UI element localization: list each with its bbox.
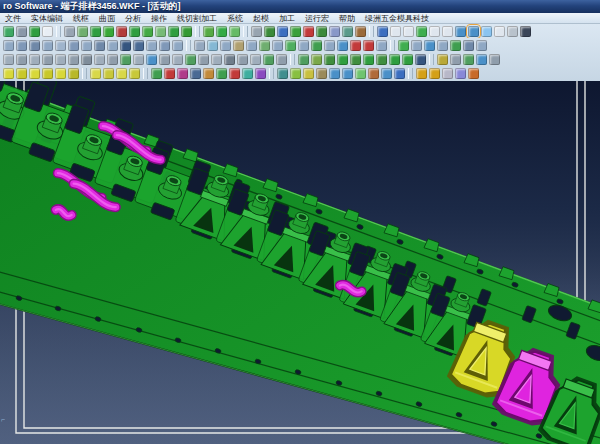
toolbar-icon-r3-27[interactable] [337,54,348,65]
toolbar-icon-r2-29[interactable] [363,40,374,51]
toolbar-icon-r3-32[interactable] [402,54,413,65]
toolbar-icon-r4-35[interactable] [429,68,440,79]
toolbar-icon-r2-38[interactable] [476,40,487,51]
toolbar-icon-r4-28[interactable] [342,68,353,79]
toolbar-icon-r3-3[interactable] [29,54,40,65]
toolbar-icon-r3-28[interactable] [350,54,361,65]
toolbar-icon-r4-26[interactable] [316,68,327,79]
toolbar-icon-r2-21[interactable] [259,40,270,51]
toolbar-icon-r1-34[interactable] [416,26,427,37]
toolbar-icon-r1-8[interactable] [90,26,101,37]
toolbar-icon-r1-41[interactable] [507,26,518,37]
toolbar-icon-r3-33[interactable] [415,54,426,65]
toolbar-icon-r3-31[interactable] [389,54,400,65]
toolbar-icon-r2-10[interactable] [120,40,131,51]
toolbar-icon-r1-13[interactable] [155,26,166,37]
toolbar-icon-r3-29[interactable] [363,54,374,65]
toolbar-icon-r1-12[interactable] [142,26,153,37]
toolbar-icon-r1-21[interactable] [251,26,262,37]
toolbar-icon-r1-32[interactable] [390,26,401,37]
toolbar-icon-r3-21[interactable] [263,54,274,65]
toolbar-icon-r1-10[interactable] [116,26,127,37]
toolbar-icon-r2-8[interactable] [94,40,105,51]
toolbar-icon-r4-34[interactable] [416,68,427,79]
toolbar-icon-r2-4[interactable] [42,40,53,51]
toolbar-icon-r1-38[interactable] [468,26,479,37]
toolbar-icon-r4-23[interactable] [277,68,288,79]
toolbar-icon-r2-30[interactable] [376,40,387,51]
toolbar-icon-r2-1[interactable] [3,40,14,51]
toolbar-icon-r2-14[interactable] [172,40,183,51]
toolbar-icon-r4-13[interactable] [151,68,162,79]
toolbar-icon-r2-25[interactable] [311,40,322,51]
toolbar-icon-r3-6[interactable] [68,54,79,65]
toolbar-icon-r1-23[interactable] [277,26,288,37]
toolbar-icon-r3-36[interactable] [450,54,461,65]
toolbar-icon-r2-27[interactable] [337,40,348,51]
toolbar-icon-r1-2[interactable] [16,26,27,37]
menu-item-1[interactable]: 文件 [0,13,26,24]
toolbar-icon-r1-3[interactable] [29,26,40,37]
menu-item-9[interactable]: 起模 [248,13,274,24]
menu-item-3[interactable]: 线框 [68,13,94,24]
toolbar-icon-r1-27[interactable] [329,26,340,37]
toolbar-icon-r4-24[interactable] [290,68,301,79]
toolbar-icon-r4-11[interactable] [129,68,140,79]
toolbar-icon-r4-8[interactable] [90,68,101,79]
toolbar-icon-r4-15[interactable] [177,68,188,79]
toolbar-icon-r1-1[interactable] [3,26,14,37]
toolbar-icon-r3-1[interactable] [3,54,14,65]
toolbar-icon-r3-24[interactable] [298,54,309,65]
menu-item-8[interactable]: 系统 [222,13,248,24]
toolbar-icon-r2-12[interactable] [146,40,157,51]
toolbar-icon-r1-11[interactable] [129,26,140,37]
toolbar-icon-r4-30[interactable] [368,68,379,79]
toolbar-icon-r2-3[interactable] [29,40,40,51]
toolbar-icon-r2-23[interactable] [285,40,296,51]
toolbar-icon-r3-12[interactable] [146,54,157,65]
toolbar-icon-r3-4[interactable] [42,54,53,65]
toolbar-icon-r1-26[interactable] [316,26,327,37]
toolbar-icon-r2-34[interactable] [424,40,435,51]
toolbar-icon-r4-17[interactable] [203,68,214,79]
toolbar-icon-r4-25[interactable] [303,68,314,79]
toolbar-icon-r2-2[interactable] [16,40,27,51]
toolbar-icon-r3-35[interactable] [437,54,448,65]
toolbar-icon-r2-11[interactable] [133,40,144,51]
toolbar-icon-r3-25[interactable] [311,54,322,65]
toolbar-icon-r3-10[interactable] [120,54,131,65]
toolbar-icon-r1-24[interactable] [290,26,301,37]
toolbar-icon-r2-24[interactable] [298,40,309,51]
toolbar-icon-r3-39[interactable] [489,54,500,65]
menu-item-6[interactable]: 操作 [146,13,172,24]
toolbar-icon-r1-7[interactable] [77,26,88,37]
menu-item-2[interactable]: 实体编辑 [26,13,68,24]
toolbar-icon-r3-2[interactable] [16,54,27,65]
menu-item-5[interactable]: 分析 [120,13,146,24]
toolbar-icon-r3-30[interactable] [376,54,387,65]
toolbar-icon-r2-9[interactable] [107,40,118,51]
toolbar-icon-r1-29[interactable] [355,26,366,37]
toolbar-icon-r1-28[interactable] [342,26,353,37]
toolbar-icon-r4-10[interactable] [116,68,127,79]
toolbar-icon-r3-17[interactable] [211,54,222,65]
toolbar-icon-r3-19[interactable] [237,54,248,65]
toolbar-icon-r1-33[interactable] [403,26,414,37]
toolbar-icon-r1-39[interactable] [481,26,492,37]
toolbar-icon-r4-5[interactable] [55,68,66,79]
toolbar-icon-r1-37[interactable] [455,26,466,37]
toolbar-icon-r4-1[interactable] [3,68,14,79]
toolbar-icon-r1-40[interactable] [494,26,505,37]
toolbar-icon-r2-28[interactable] [350,40,361,51]
toolbar-icon-r3-37[interactable] [463,54,474,65]
toolbar-icon-r3-16[interactable] [198,54,209,65]
toolbar-icon-r1-17[interactable] [203,26,214,37]
toolbar-icon-r4-38[interactable] [468,68,479,79]
toolbar-icon-r4-16[interactable] [190,68,201,79]
toolbar-icon-r2-16[interactable] [194,40,205,51]
toolbar-icon-r2-5[interactable] [55,40,66,51]
toolbar-icon-r3-7[interactable] [81,54,92,65]
toolbar-icon-r1-42[interactable] [520,26,531,37]
toolbar-icon-r1-22[interactable] [264,26,275,37]
toolbar-icon-r3-18[interactable] [224,54,235,65]
